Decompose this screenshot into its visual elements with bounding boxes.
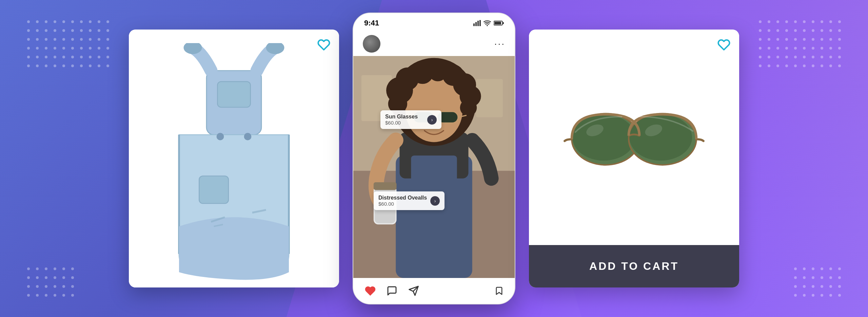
svg-rect-14 [477,21,479,26]
svg-point-7 [217,133,224,141]
signal-icon [473,20,481,26]
svg-point-51 [572,114,635,161]
status-icons [473,20,504,26]
bookmark-button[interactable] [494,286,504,296]
phone-time: 9:41 [364,19,379,27]
phone-action-bar [353,278,515,304]
left-wishlist-button[interactable] [317,38,331,52]
phone-post-header: ··· [353,32,515,56]
overalls-image [142,43,326,287]
tag-overalls-name: Distressed Ovealls [378,195,427,201]
share-button[interactable] [408,285,420,297]
action-icons-left [364,285,420,297]
svg-rect-5 [217,81,250,107]
right-card-image-area [529,30,739,245]
left-product-card: ADD TO CART [129,30,339,287]
phone-status-bar: 9:41 [353,13,515,32]
svg-rect-18 [494,22,501,24]
like-button[interactable] [364,285,376,297]
main-content: ADD TO CART 9:41 [0,0,868,317]
right-wishlist-button[interactable] [717,38,731,52]
svg-point-8 [244,133,252,141]
left-card-image-area [129,30,339,287]
phone-mockup: 9:41 [353,13,515,304]
svg-rect-12 [473,23,475,26]
phone-feed-image: Sun Glasses $60.00 › Distressed Ovealls … [353,56,515,278]
sunglasses-image [563,102,705,173]
tag-sunglasses-price: $60.00 [385,120,424,126]
tag-overalls-arrow[interactable]: › [430,196,440,206]
tag-overalls-price: $60.00 [378,201,427,207]
comment-button[interactable] [386,285,398,297]
svg-point-54 [629,114,692,161]
product-tag-overalls[interactable]: Distressed Ovealls $60.00 › [374,191,445,210]
svg-rect-47 [374,182,397,190]
svg-rect-27 [411,155,457,186]
svg-point-16 [487,25,488,26]
post-options[interactable]: ··· [494,38,505,49]
page-background: (function(){ var g = document.currentScr… [0,0,868,317]
tag-overalls-text: Distressed Ovealls $60.00 [378,195,427,207]
tag-sunglasses-name: Sun Glasses [385,114,424,120]
battery-icon [494,20,504,26]
svg-rect-13 [475,22,477,26]
svg-rect-19 [503,22,504,24]
avatar [363,35,380,53]
right-product-card: ADD TO CART [529,30,739,287]
wifi-icon [484,20,491,26]
tag-sunglasses-text: Sun Glasses $60.00 [385,114,424,126]
svg-rect-15 [479,20,481,26]
feed-photo [353,56,515,278]
product-tag-sunglasses[interactable]: Sun Glasses $60.00 › [380,110,441,129]
tag-sunglasses-arrow[interactable]: › [427,115,437,125]
right-add-to-cart-button[interactable]: ADD TO CART [529,245,739,287]
svg-rect-6 [199,176,228,204]
svg-point-41 [460,99,477,116]
